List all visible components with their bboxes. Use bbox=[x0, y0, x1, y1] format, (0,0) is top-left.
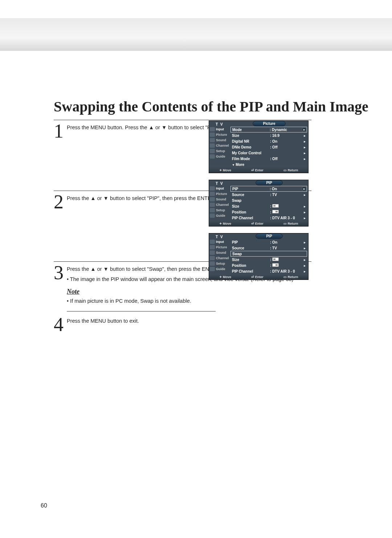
osd-footer: ✦ Move ⏎ Enter ▭ Return bbox=[209, 221, 308, 226]
osd-tv-label: T V bbox=[209, 234, 230, 239]
step-number: 3 bbox=[54, 264, 67, 314]
menu-row-more[interactable]: More bbox=[230, 162, 307, 167]
menu-row-swap[interactable]: Swap bbox=[230, 251, 307, 257]
sidebar-item-setup[interactable]: Setup bbox=[210, 149, 229, 153]
chevron-right-icon: ▸ bbox=[302, 193, 307, 197]
sidebar-item-channel[interactable]: Channel bbox=[210, 203, 229, 207]
sidebar-item-input[interactable]: Input bbox=[210, 186, 229, 191]
note-heading: Note bbox=[67, 288, 311, 295]
step-number: 4 bbox=[54, 316, 67, 333]
sidebar-item-sound[interactable]: Sound bbox=[210, 138, 229, 142]
hint-enter: ⏎ Enter bbox=[251, 168, 264, 172]
osd-column: T V Picture Input Picture Sound Channel … bbox=[209, 121, 309, 286]
menu-row-swap[interactable]: Swap bbox=[230, 197, 307, 203]
osd-menu: PIP: On▸ Source: TV▸ Swap Size: ▸ Positi… bbox=[230, 239, 308, 274]
guide-icon bbox=[210, 154, 215, 159]
sound-icon bbox=[210, 138, 215, 142]
sidebar-item-picture[interactable]: Picture bbox=[210, 245, 229, 249]
chevron-right-icon: ▸ bbox=[302, 264, 307, 268]
menu-row-pip[interactable]: PIP: On▸ bbox=[230, 239, 307, 245]
short-divider bbox=[67, 311, 216, 311]
position-icon bbox=[272, 263, 279, 267]
sidebar-item-picture[interactable]: Picture bbox=[210, 133, 229, 137]
step-number: 2 bbox=[54, 193, 67, 259]
chevron-right-icon: ▸ bbox=[302, 139, 307, 143]
step-4: 4 Press the MENU button to exit. bbox=[54, 314, 311, 335]
osd-title-chip: PIP bbox=[256, 233, 282, 239]
channel-icon bbox=[210, 143, 215, 148]
chevron-right-icon: ▸ bbox=[302, 204, 307, 208]
menu-row-pipchannel[interactable]: PIP Channel: DTV AIR 3 - 0▸ bbox=[230, 268, 307, 274]
sidebar-item-channel[interactable]: Channel bbox=[210, 143, 229, 148]
size-icon bbox=[272, 204, 279, 208]
osd-sidebar: Input Picture Sound Channel Setup Guide bbox=[209, 186, 230, 221]
menu-row-source[interactable]: Source: TV▸ bbox=[230, 192, 307, 197]
picture-icon bbox=[210, 192, 215, 196]
menu-row-dnr[interactable]: Digital NR: On▸ bbox=[230, 138, 307, 144]
sound-icon bbox=[210, 250, 215, 255]
chevron-right-icon: ▸ bbox=[302, 157, 307, 161]
osd-title-chip: PIP bbox=[256, 180, 282, 186]
osd-tv-label: T V bbox=[209, 121, 230, 126]
menu-row-dnie[interactable]: DNIe Demo: Off▸ bbox=[230, 144, 307, 150]
menu-row-size[interactable]: Size: ▸ bbox=[230, 257, 307, 262]
osd-pip-1: T V PIP Input Picture Sound Channel Setu… bbox=[209, 180, 309, 227]
osd-sidebar: Input Picture Sound Channel Setup Guide bbox=[209, 126, 230, 168]
menu-row-mode[interactable]: Mode: Dynamic▸ bbox=[230, 127, 307, 133]
hint-move: ✦ Move bbox=[219, 168, 232, 172]
step-number: 1 bbox=[54, 122, 67, 188]
osd-footer: ✦ Move ⏎ Enter ▭ Return bbox=[209, 168, 308, 173]
chevron-right-icon: ▸ bbox=[302, 134, 307, 138]
osd-menu: PIP: On▸ Source: TV▸ Swap Size: ▸ Positi… bbox=[230, 186, 308, 221]
chevron-right-icon: ▸ bbox=[302, 216, 307, 220]
sidebar-item-input[interactable]: Input bbox=[210, 240, 229, 244]
osd-title-chip: Picture bbox=[253, 121, 286, 126]
sidebar-item-setup[interactable]: Setup bbox=[210, 261, 229, 266]
menu-row-source[interactable]: Source: TV▸ bbox=[230, 245, 307, 251]
sidebar-item-sound[interactable]: Sound bbox=[210, 250, 229, 255]
hint-move: ✦ Move bbox=[219, 275, 232, 279]
sidebar-item-input[interactable]: Input bbox=[210, 127, 229, 131]
sidebar-item-guide[interactable]: Guide bbox=[210, 213, 229, 218]
sidebar-item-guide[interactable]: Guide bbox=[210, 267, 229, 271]
sidebar-item-picture[interactable]: Picture bbox=[210, 192, 229, 196]
osd-sidebar: Input Picture Sound Channel Setup Guide bbox=[209, 239, 230, 274]
sidebar-item-sound[interactable]: Sound bbox=[210, 197, 229, 201]
sidebar-item-setup[interactable]: Setup bbox=[210, 208, 229, 212]
sidebar-item-channel[interactable]: Channel bbox=[210, 256, 229, 260]
chevron-right-icon: ▸ bbox=[302, 258, 307, 262]
chevron-right-icon: ▸ bbox=[302, 240, 307, 244]
menu-row-mcc[interactable]: My Color Control▸ bbox=[230, 150, 307, 156]
setup-icon bbox=[210, 261, 215, 266]
osd-tv-label: T V bbox=[209, 180, 230, 186]
chevron-right-icon: ▸ bbox=[302, 127, 306, 132]
header-band bbox=[0, 18, 392, 51]
menu-row-pipchannel[interactable]: PIP Channel: DTV AIR 3 - 0▸ bbox=[230, 215, 307, 221]
menu-row-size[interactable]: Size: ▸ bbox=[230, 203, 307, 209]
menu-row-position[interactable]: Position: ▸ bbox=[230, 262, 307, 268]
guide-icon bbox=[210, 213, 215, 218]
hint-return: ▭ Return bbox=[283, 168, 298, 172]
setup-icon bbox=[210, 149, 215, 153]
menu-row-size[interactable]: Size: 16:9▸ bbox=[230, 133, 307, 138]
manual-page: Swapping the Contents of the PIP and Mai… bbox=[0, 0, 392, 538]
hint-enter: ⏎ Enter bbox=[251, 275, 264, 279]
osd-footer: ✦ Move ⏎ Enter ▭ Return bbox=[209, 274, 308, 280]
input-icon bbox=[210, 186, 215, 191]
input-icon bbox=[210, 127, 215, 131]
step-3-note: If main picture is in PC mode, Swap is n… bbox=[67, 297, 311, 305]
channel-icon bbox=[210, 203, 215, 207]
hint-return: ▭ Return bbox=[283, 222, 298, 225]
menu-row-position[interactable]: Position: ▸ bbox=[230, 209, 307, 215]
chevron-right-icon: ▸ bbox=[302, 246, 307, 250]
sidebar-item-guide[interactable]: Guide bbox=[210, 154, 229, 159]
chevron-right-icon: ▸ bbox=[302, 151, 307, 155]
hint-move: ✦ Move bbox=[219, 222, 232, 225]
setup-icon bbox=[210, 208, 215, 212]
osd-picture: T V Picture Input Picture Sound Channel … bbox=[209, 121, 309, 173]
page-title: Swapping the Contents of the PIP and Mai… bbox=[54, 98, 368, 115]
menu-row-pip[interactable]: PIP: On▸ bbox=[230, 186, 307, 192]
menu-row-film[interactable]: Film Mode: Off▸ bbox=[230, 156, 307, 162]
chevron-right-icon: ▸ bbox=[302, 210, 307, 214]
picture-icon bbox=[210, 245, 215, 249]
